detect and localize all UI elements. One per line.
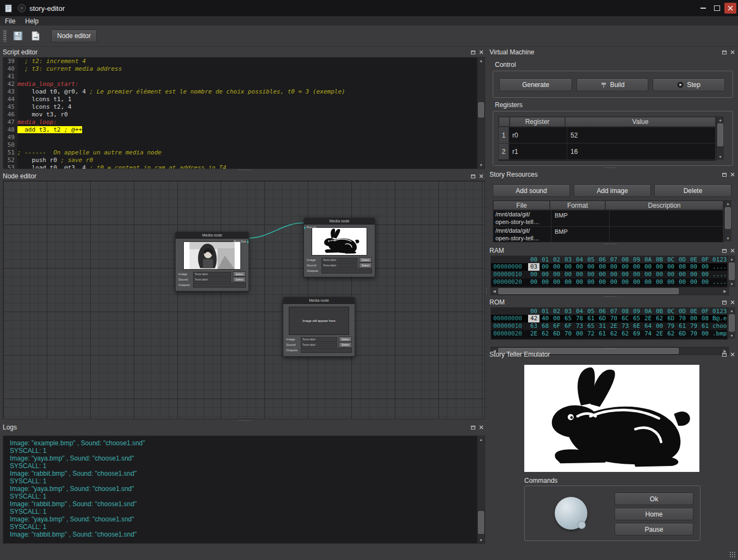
media-node[interactable]: Media nodeImage will appear hereImageTex… <box>283 297 355 357</box>
hex-byte[interactable]: 62 <box>665 330 677 338</box>
node-row-value[interactable] <box>193 283 246 288</box>
hex-byte[interactable]: 62 <box>654 315 665 322</box>
hex-byte[interactable]: 03 <box>528 263 539 271</box>
hex-byte[interactable]: 00 <box>642 263 654 271</box>
code-area[interactable]: ; t2: increment 4 ; t3: current media ad… <box>17 58 477 169</box>
node-row-value[interactable]: Texte label <box>301 337 337 342</box>
hex-byte[interactable]: 6D <box>551 330 562 338</box>
float-icon[interactable] <box>721 300 727 306</box>
hex-byte[interactable]: 00 <box>654 271 665 278</box>
rom-vscrollbar[interactable]: ▲ ▼ <box>728 307 735 339</box>
hex-byte[interactable]: 00 <box>665 278 677 286</box>
hex-byte[interactable]: 73 <box>574 322 585 330</box>
script-editor[interactable]: 394041424344454647484950515253 ; t2: inc… <box>3 57 485 169</box>
hex-byte[interactable]: 65 <box>631 315 642 322</box>
hex-byte[interactable]: 00 <box>597 278 608 286</box>
hex-byte[interactable]: 00 <box>551 315 562 322</box>
scrollbar-thumb[interactable] <box>478 102 484 117</box>
hex-byte[interactable]: 00 <box>677 278 688 286</box>
hex-byte[interactable]: 00 <box>699 271 711 278</box>
register-value[interactable]: 52 <box>567 127 716 143</box>
hex-byte[interactable]: 62 <box>608 330 619 338</box>
select-button[interactable]: Select <box>359 263 372 268</box>
hex-byte[interactable]: 6C <box>619 315 631 322</box>
hex-byte[interactable]: 08 <box>699 315 711 322</box>
add-sound-button[interactable]: Add sound <box>493 184 570 197</box>
scrollbar-thumb[interactable] <box>725 207 731 229</box>
hex-byte[interactable]: 00 <box>562 278 574 286</box>
hex-byte[interactable]: 00 <box>574 263 585 271</box>
hex-byte[interactable]: 2E <box>642 315 654 322</box>
node-row-value[interactable]: Texte label <box>301 343 337 347</box>
scrollbar-thumb[interactable] <box>498 288 679 294</box>
hex-byte[interactable]: 70 <box>608 315 619 322</box>
hex-byte[interactable]: 00 <box>631 271 642 278</box>
scrollbar-thumb[interactable] <box>717 123 723 146</box>
resources-header-description[interactable]: Description <box>605 201 723 210</box>
hex-byte[interactable]: 74 <box>642 330 654 338</box>
hex-byte[interactable]: 00 <box>619 263 631 271</box>
hex-byte[interactable]: 00 <box>528 271 539 278</box>
hex-byte[interactable]: 00 <box>688 315 699 322</box>
close-button[interactable] <box>724 3 736 14</box>
scroll-down-icon[interactable]: ▼ <box>477 162 485 169</box>
hex-byte[interactable]: 00 <box>688 263 699 271</box>
close-icon[interactable] <box>478 49 484 55</box>
add-image-button[interactable]: Add image <box>574 184 651 197</box>
scroll-up-icon[interactable]: ▲ <box>728 307 735 314</box>
register-row[interactable]: 1r052 <box>499 127 716 144</box>
hex-byte[interactable]: 61 <box>699 322 711 330</box>
hex-byte[interactable]: 00 <box>585 278 597 286</box>
hex-byte[interactable]: 00 <box>551 271 562 278</box>
hex-byte[interactable]: 00 <box>677 271 688 278</box>
hex-byte[interactable]: 61 <box>585 315 597 322</box>
minimize-button[interactable] <box>697 3 709 14</box>
close-icon[interactable] <box>729 352 735 358</box>
hex-byte[interactable]: 00 <box>608 271 619 278</box>
scroll-down-icon[interactable]: ▼ <box>724 235 731 241</box>
hex-byte[interactable]: 00 <box>642 278 654 286</box>
hex-byte[interactable]: 31 <box>597 322 608 330</box>
hex-byte[interactable]: 70 <box>677 315 688 322</box>
hex-byte[interactable]: 00 <box>528 278 539 286</box>
script-editor-dock-header[interactable]: Script editor <box>3 48 484 57</box>
hex-byte[interactable]: 00 <box>574 271 585 278</box>
hex-byte[interactable]: 00 <box>688 271 699 278</box>
save-icon[interactable] <box>11 29 25 43</box>
ok-button[interactable]: Ok <box>615 493 693 505</box>
registers-header-value[interactable]: Value <box>565 117 716 127</box>
splitter-handle[interactable]: ······ <box>231 419 258 422</box>
ram-dock-header[interactable]: RAM <box>489 246 735 255</box>
node-row-value[interactable]: Texte label <box>193 272 231 277</box>
hex-byte[interactable]: 00 <box>688 278 699 286</box>
hex-byte[interactable]: 00 <box>574 278 585 286</box>
hex-byte[interactable]: 00 <box>642 271 654 278</box>
node-row-value[interactable] <box>321 269 372 273</box>
resource-file[interactable]: /mnt/data/git/open-story-tell… <box>493 227 551 242</box>
hex-byte[interactable]: 00 <box>574 330 585 338</box>
ram-vscrollbar[interactable]: ▲ ▼ <box>728 256 735 287</box>
hex-byte[interactable]: 6D <box>677 330 688 338</box>
hex-byte[interactable]: 00 <box>665 263 677 271</box>
hex-byte[interactable]: 00 <box>585 271 597 278</box>
node-title[interactable]: Media node <box>304 218 375 225</box>
hex-byte[interactable]: 00 <box>619 271 631 278</box>
hex-byte[interactable]: 00 <box>631 263 642 271</box>
hex-byte[interactable]: 65 <box>562 315 574 322</box>
close-icon[interactable] <box>729 49 735 55</box>
hex-byte[interactable]: 61 <box>677 322 688 330</box>
close-icon[interactable] <box>729 248 735 254</box>
hex-byte[interactable]: 00 <box>562 271 574 278</box>
hex-byte[interactable]: 79 <box>688 322 699 330</box>
node-title[interactable]: Media node <box>283 297 355 304</box>
hex-byte[interactable]: 00 <box>551 263 562 271</box>
hex-byte[interactable]: 2E <box>654 330 665 338</box>
hex-byte[interactable]: 00 <box>654 263 665 271</box>
splitter-handle[interactable]: ······ <box>597 242 624 246</box>
resources-header-format[interactable]: Format <box>550 201 605 210</box>
scroll-down-icon[interactable]: ▼ <box>717 153 724 160</box>
port-dot[interactable] <box>247 241 249 243</box>
node-row-value[interactable] <box>301 348 352 353</box>
menu-file[interactable]: File <box>0 16 20 26</box>
emulator-dock-header[interactable]: Story Teller Emulator <box>489 350 735 359</box>
